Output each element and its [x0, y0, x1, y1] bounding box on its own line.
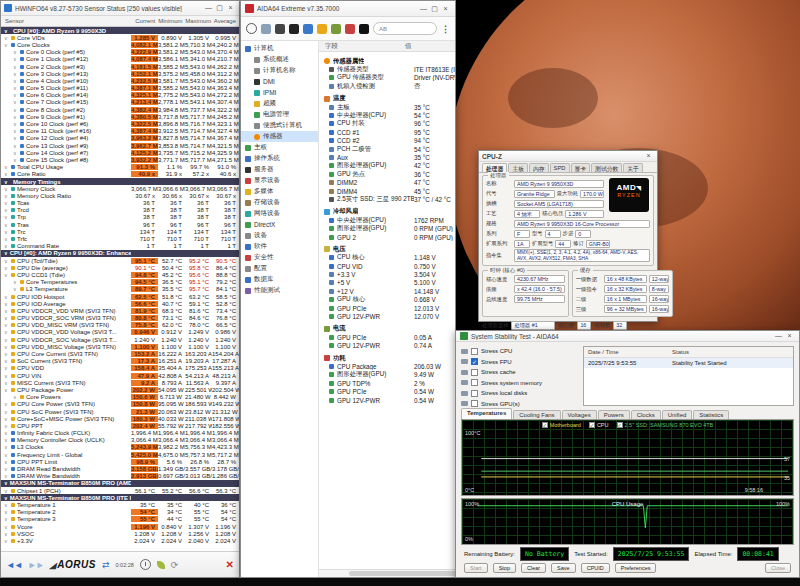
checkbox[interactable]: ✓ [471, 358, 478, 365]
table-row[interactable]: ∨Core 4 Clock (perf #10) 4,232.5 MHz 3,5… [1, 77, 239, 84]
close-icon[interactable]: × [440, 4, 451, 14]
table-row[interactable]: ∨CPU [#0]: AMD Ryzen 9 9950X3D: Enhanced [1, 250, 239, 257]
sidebar-item[interactable]: 安全性 [241, 252, 318, 263]
table-row[interactable]: ∨Infinity Fabric Clock (FCLK) 1,996.4 MH… [1, 430, 239, 437]
checkbox[interactable] [471, 348, 478, 355]
table-row[interactable]: ∨Core 2 Clock (perf #3) 4,181.5 MHz 3,58… [1, 63, 239, 70]
table-row[interactable]: ∨Temperature 2 54 °C 34 °C 55 °C 54 °C [1, 509, 239, 516]
sidebar-item[interactable]: 主板 [241, 142, 318, 153]
table-row[interactable]: ∨CPU VDD_MISC VRM (SVI3 TFN) 75.8 °C 62.… [1, 322, 239, 329]
maximize-icon[interactable]: ▢ [214, 3, 225, 13]
table-row[interactable]: ∨Tras 96 T 96 T 96 T 96 T [1, 221, 239, 228]
sidebar-item[interactable]: 设备 [241, 230, 318, 241]
list-item[interactable]: 2.5英寸 SSD: 三星 990 2TB 37 °C / 42 °C [319, 195, 455, 203]
col-current[interactable]: Current [132, 18, 159, 24]
sidebar-item[interactable]: DMI [241, 76, 318, 87]
table-row[interactable]: ∨MAXSUN MS-Terminator B850M PRO (ITE IT8… [1, 494, 239, 501]
pages-icon[interactable] [303, 24, 313, 34]
table-row[interactable]: ∨Core VIDs 1.285 V 0.890 V 1.305 V 0.995… [1, 34, 239, 41]
table-row[interactable]: ∨Core 7 Clock (perf #15) 4,213.4 MHz 2,7… [1, 99, 239, 106]
sidebar-item[interactable]: 存储设备 [241, 197, 318, 208]
sidebar-item[interactable]: 服务器 [241, 164, 318, 175]
minimize-icon[interactable]: — [203, 3, 214, 13]
sidebar-item[interactable]: IPMI [241, 87, 318, 98]
col-maximum[interactable]: Maximum [185, 18, 212, 24]
table-row[interactable]: ∨Core 6 Clock (perf #14) 4,325.1 MHz 2,7… [1, 92, 239, 99]
legend-item[interactable]: ✓ 2.5" SSD: SAMSUNG 870 EVO 4TB [617, 422, 714, 428]
aida64-title-bar[interactable]: AIDA64 Extreme v7.35.7000 — ▢ × [241, 1, 455, 17]
list-item[interactable]: DIMM2 47 °C [319, 178, 455, 186]
list-item[interactable]: CPU 核心 1.148 V [319, 254, 455, 262]
swap-columns-icon[interactable]: ⇄ [102, 560, 110, 570]
stress-checkbox-row[interactable]: Stress system memory [461, 378, 577, 389]
legend-item[interactable]: ✓ Motherboard [542, 422, 581, 428]
table-row[interactable]: ∨Temperature 1 35 °C 35 °C 40 °C 36 °C [1, 501, 239, 508]
table-row[interactable]: ∨Core 12 Clock (perf #4) 3,963.2 MHz 3,8… [1, 135, 239, 142]
close-icon[interactable]: × [225, 3, 236, 13]
previous-icon[interactable]: ◄◄ [6, 560, 22, 570]
sidebar-item[interactable]: 配置 [241, 263, 318, 274]
sidebar-item[interactable]: 便携式计算机 [241, 120, 318, 131]
list-item[interactable]: GPU 12V-PWR 0.54 W [319, 396, 455, 404]
table-row[interactable]: ∨Core Temperatures 94.5 °C 36.5 °C 95.1 … [1, 279, 239, 286]
sidebar-item[interactable]: 软件 [241, 241, 318, 252]
list-item[interactable]: +5 V 5.100 V [319, 279, 455, 287]
table-row[interactable]: ∨Core 1 Clock (perf #12) 4,087.4 MHz 3,5… [1, 56, 239, 63]
preferences-button[interactable]: Preferences [615, 563, 657, 573]
minimize-icon[interactable]: — [418, 4, 429, 14]
table-row[interactable]: ∨DRAM Write Bandwidth 2.913 GB/s 0.697 G… [1, 473, 239, 480]
tab[interactable]: Statistics [693, 410, 729, 419]
table-row[interactable]: ∨Temperature 3 55 °C 44 °C 55 °C 54 °C [1, 516, 239, 523]
cpuid-button[interactable]: CPUID [581, 563, 610, 573]
table-row[interactable]: ∨Core 11 Clock (perf #16) 4,387.4 MHz 3,… [1, 128, 239, 135]
taskbar[interactable] [0, 578, 800, 586]
table-row[interactable]: ∨MAXSUN MS-Terminator B850M PRO (AMD Chi… [1, 480, 239, 487]
fpu-icon[interactable] [359, 24, 369, 34]
stop-button[interactable]: Stop [493, 563, 516, 573]
tab[interactable]: 处理器 [482, 163, 507, 172]
checkbox[interactable] [471, 379, 478, 386]
hwinfo-title-bar[interactable]: HWiNFO64 v8.27-5730 Sensor Status [250 v… [1, 1, 239, 16]
list-item[interactable]: 功耗 [319, 354, 455, 362]
list-item[interactable]: 图形处理器(GPU) 0 RPM (GPU) [319, 224, 455, 232]
table-row[interactable]: ∨Memory Clock Ratio 30.67 x 30.66 x 30.6… [1, 192, 239, 199]
table-row[interactable]: ∨Trfc 710 T 710 T 710 T 710 T [1, 235, 239, 242]
tab[interactable]: 测试分数 [591, 163, 622, 172]
table-row[interactable]: ∨Core Ratio 40.9 x 31.9 x 57.2 x 40.6 x [1, 171, 239, 178]
table-row[interactable]: ∨Total CPU Usage 91.3 % 1.1 % 99.7 % 91.… [1, 164, 239, 171]
stability-title-bar[interactable]: System Stability Test - AIDA64 — × [456, 331, 799, 342]
table-row[interactable]: ∨CPU CCD1 (Tdie) 94.8 °C 45.2 °C 95.6 °C… [1, 271, 239, 278]
list-item[interactable]: GPU PCIe 12.013 V [319, 304, 455, 312]
table-row[interactable]: ∨Trcd 38 T 38 T 38 T 38 T [1, 207, 239, 214]
table-row[interactable]: ∨CPU PPT 202.4 W 55.792 W 217.792 W 182.… [1, 422, 239, 429]
stress-checkbox-row[interactable]: ✓ Stress FPU [461, 357, 577, 368]
table-row[interactable]: ∨CPU VDDCR_SOC VRM (SVI3 TFN) 80.8 °C 73… [1, 315, 239, 322]
list-item[interactable]: 图形处理器(GPU) 9.49 W [319, 371, 455, 379]
sidebar-item[interactable]: 显示设备 [241, 175, 318, 186]
table-row[interactable]: ∨CPU Core Power (SVI3 TFN) 150.8 W 95.09… [1, 401, 239, 408]
table-row[interactable]: ∨Tcas 36 T 36 T 36 T 36 T [1, 200, 239, 207]
sidebar-item[interactable]: 计算机 [241, 43, 318, 54]
list-item[interactable]: GPU PCIe 0.54 W [319, 387, 455, 395]
legend-item[interactable]: ✓ CPU [589, 422, 609, 428]
table-row[interactable]: ∨Core Powers 150.6 W 6.713 W 21.480 W 8.… [1, 394, 239, 401]
table-row[interactable]: ∨CPU VDDCR_VDD VRM (SVI3 TFN) 81.9 °C 68… [1, 307, 239, 314]
list-item[interactable]: GPU 12V-PWR 0.74 A [319, 342, 455, 350]
close-sensors-icon[interactable]: ✕ [226, 559, 234, 570]
table-row[interactable]: ∨Core 8 Clock (perf #2) 4,382.4 MHz 3,98… [1, 106, 239, 113]
table-row[interactable]: ∨L3 Clocks 5,243.9 MHz 3,982.2 MHz 5,756… [1, 444, 239, 451]
save-button[interactable]: Save [551, 563, 576, 573]
list-item[interactable]: CPU 封装 96 °C [319, 120, 455, 128]
overflow-menu-icon[interactable]: ⋮ [441, 24, 450, 34]
table-row[interactable]: ∨CPU Package Power 202.2 W 54.095 W 225.… [1, 386, 239, 393]
table-row[interactable]: ∨CPU PPT Limit 98.9 % 5.6 % 26.8 % 28.7 … [1, 458, 239, 465]
users-icon[interactable] [331, 24, 341, 34]
sidebar-item[interactable]: 传感器 [241, 131, 318, 142]
table-row[interactable]: ∨Core 3 Clock (perf #13) 4,152.1 MHz 3,5… [1, 70, 239, 77]
table-row[interactable]: ∨CPU IOD Hotspot 62.5 °C 51.8 °C 63.2 °C… [1, 293, 239, 300]
checkbox[interactable] [471, 390, 478, 397]
table-row[interactable]: ∨CPU Die (average) 90.1 °C 50.4 °C 95.8 … [1, 264, 239, 271]
col-average[interactable]: Average [212, 18, 239, 24]
search-input[interactable]: AB [373, 22, 437, 35]
event-log-list[interactable]: Date / Time Status 2025/7/25 9:53:55 Sta… [583, 346, 794, 406]
